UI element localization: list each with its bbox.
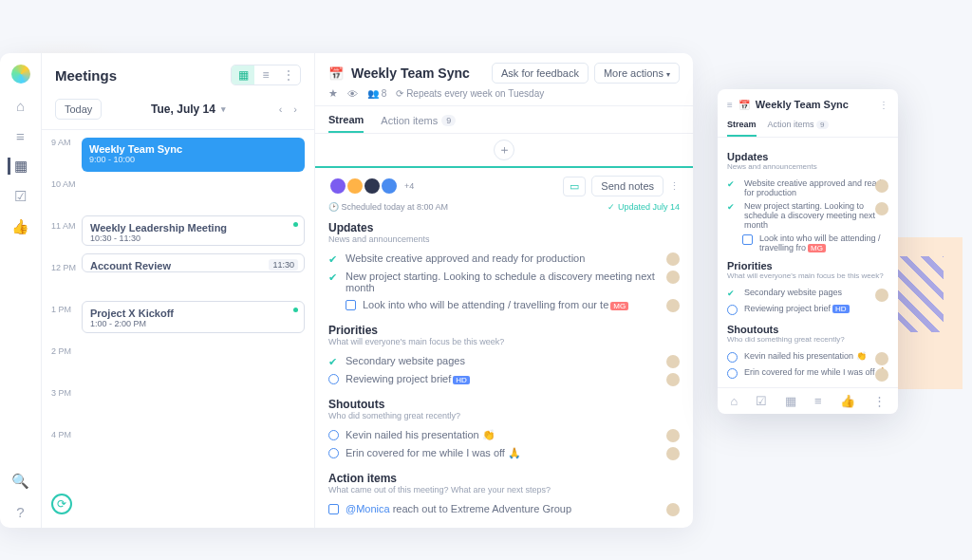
check-done-icon: ✔	[328, 253, 340, 265]
list-item[interactable]: Reviewing project briefHD	[328, 370, 680, 388]
hour-label: 11 AM	[51, 221, 76, 231]
app-logo	[11, 65, 30, 84]
kebab-icon[interactable]: ⋮	[879, 100, 888, 110]
circle-icon[interactable]	[727, 305, 738, 315]
app-window: ⌂ ≡ ▦ ☑ 👍 🔍 ? Meetings ▦ ≡ ⋮ Today Tue, …	[0, 53, 693, 528]
section-subtitle: News and announcements	[328, 234, 680, 244]
next-day-icon[interactable]: ›	[290, 102, 301, 117]
calendar-icon[interactable]: ▦	[785, 394, 796, 408]
stream-icon[interactable]: ≡	[814, 394, 822, 408]
avatar	[875, 202, 888, 215]
add-button[interactable]: ＋	[494, 140, 514, 160]
today-button[interactable]: Today	[55, 99, 102, 120]
list-item[interactable]: Erin covered for me while I was off 🙏	[727, 365, 888, 382]
list-item[interactable]: Kevin nailed his presentation 👏	[727, 349, 888, 365]
list-item[interactable]: Look into who will be attending / travel…	[328, 296, 680, 314]
avatar	[875, 179, 888, 193]
tab-action-items[interactable]: Action items 9	[768, 116, 829, 137]
user-tag: HD	[832, 305, 850, 313]
attendee-count: 👥 8	[367, 88, 386, 99]
avatar[interactable]	[363, 177, 382, 196]
list-item[interactable]: Reviewing project briefHD	[727, 302, 888, 318]
list-view-icon[interactable]: ≡	[254, 65, 277, 84]
avatar[interactable]	[346, 177, 364, 196]
section-subtitle: Who did something great recently?	[328, 411, 680, 420]
menu-icon[interactable]: ≡	[727, 100, 733, 110]
tab-stream[interactable]: Stream	[727, 116, 757, 137]
refresh-fab[interactable]: ⟳	[51, 494, 72, 514]
thumbs-up-icon[interactable]: 👍	[840, 394, 855, 408]
section-title: Action items	[328, 472, 680, 485]
kebab-icon[interactable]: ⋮	[277, 65, 300, 84]
recurrence: ⟳ Repeats every week on Tuesday	[396, 88, 544, 99]
avatar[interactable]	[380, 177, 399, 196]
event-project-x[interactable]: Project X Kickoff 1:00 - 2:00 PM	[82, 301, 305, 333]
checkbox-icon[interactable]	[742, 234, 753, 245]
event-leadership[interactable]: Weekly Leadership Meeting 10:30 - 11:30	[82, 215, 305, 246]
help-icon[interactable]: ?	[12, 503, 29, 520]
thumbs-up-icon[interactable]: 👍	[12, 218, 29, 235]
tasks-icon[interactable]: ☑	[756, 394, 767, 408]
eye-icon[interactable]: 👁	[347, 88, 358, 100]
checkbox-icon[interactable]	[346, 300, 356, 310]
section-title: Priorities	[727, 260, 888, 271]
list-item[interactable]: ✔Secondary website pages	[727, 286, 888, 302]
ask-feedback-button[interactable]: Ask for feedback	[492, 63, 589, 84]
list-item[interactable]: Kevin nailed his presentation 👏	[328, 426, 680, 444]
circle-icon[interactable]	[328, 430, 339, 440]
prev-day-icon[interactable]: ‹	[275, 102, 287, 117]
updated-label: ✓ Updated July 14	[608, 202, 680, 212]
star-icon[interactable]: ★	[328, 87, 338, 100]
section-title: Updates	[727, 151, 888, 162]
calendar-icon[interactable]: ▦	[8, 158, 30, 175]
status-dot-icon	[293, 308, 298, 312]
calendar-view-icon[interactable]: ▦	[232, 65, 254, 84]
avatar[interactable]	[328, 177, 347, 196]
popup-title: Weekly Team Sync	[756, 99, 873, 110]
list-item[interactable]: ✔Website creative approved and ready for…	[328, 250, 680, 268]
avatar	[666, 429, 680, 442]
agenda: 9 AM 10 AM 11 AM 12 PM 1 PM 2 PM 3 PM 4 …	[42, 130, 314, 518]
hour-label: 10 AM	[51, 179, 76, 189]
event-account-review[interactable]: 11:30 Account Review	[82, 253, 305, 272]
stream-icon[interactable]: ≡	[12, 127, 29, 144]
tasks-icon[interactable]: ☑	[12, 188, 29, 205]
list-item[interactable]: ✔New project starting. Looking to schedu…	[328, 268, 680, 296]
avatar	[666, 355, 680, 368]
list-item[interactable]: ✔New project starting. Looking to schedu…	[727, 199, 888, 232]
circle-icon[interactable]	[727, 368, 738, 379]
hour-label: 1 PM	[51, 305, 71, 314]
list-item[interactable]: Erin covered for me while I was off 🙏	[328, 444, 680, 462]
preview-popup: ≡ 📅 Weekly Team Sync ⋮ Stream Action ite…	[718, 89, 898, 414]
chevron-down-icon: ▾	[666, 70, 670, 79]
circle-icon[interactable]	[328, 448, 339, 458]
mention[interactable]: @Monica	[346, 503, 390, 514]
home-icon[interactable]: ⌂	[730, 394, 738, 408]
hour-label: 12 PM	[51, 263, 76, 272]
event-weekly-team-sync[interactable]: Weekly Team Sync 9:00 - 10:00	[82, 138, 305, 172]
section-subtitle: What came out of this meeting? What are …	[328, 485, 680, 495]
kebab-icon[interactable]: ⋮	[873, 394, 886, 408]
scheduled-label: 🕑 Scheduled today at 8:00 AM	[328, 202, 448, 212]
checkbox-icon[interactable]	[328, 504, 339, 514]
video-icon[interactable]: ▭	[563, 177, 586, 196]
document-panel: 📅 Weekly Team Sync Ask for feedback More…	[315, 53, 693, 528]
list-item[interactable]: Look into who will be attending / travel…	[727, 232, 888, 254]
more-actions-button[interactable]: More actions ▾	[594, 63, 680, 84]
date-selector[interactable]: Tue, July 14▾	[111, 103, 265, 116]
send-notes-button[interactable]: Send notes	[591, 176, 664, 196]
popup-footer: ⌂ ☑ ▦ ≡ 👍 ⋮	[718, 387, 898, 414]
circle-icon[interactable]	[727, 352, 738, 363]
home-icon[interactable]: ⌂	[12, 97, 29, 114]
search-icon[interactable]: 🔍	[12, 473, 29, 490]
avatar	[666, 373, 680, 386]
doc-title: Weekly Team Sync	[351, 65, 484, 81]
list-item[interactable]: ✔Secondary website pages	[328, 352, 680, 370]
circle-icon[interactable]	[328, 374, 339, 384]
tab-stream[interactable]: Stream	[328, 114, 364, 133]
more-attendees[interactable]: +4	[404, 181, 414, 191]
list-item[interactable]: ✔Website creative approved and ready for…	[727, 177, 888, 199]
list-item[interactable]: @Monica reach out to Extreme Adventure G…	[328, 500, 680, 518]
kebab-icon[interactable]: ⋮	[669, 180, 680, 193]
tab-action-items[interactable]: Action items9	[381, 114, 456, 133]
